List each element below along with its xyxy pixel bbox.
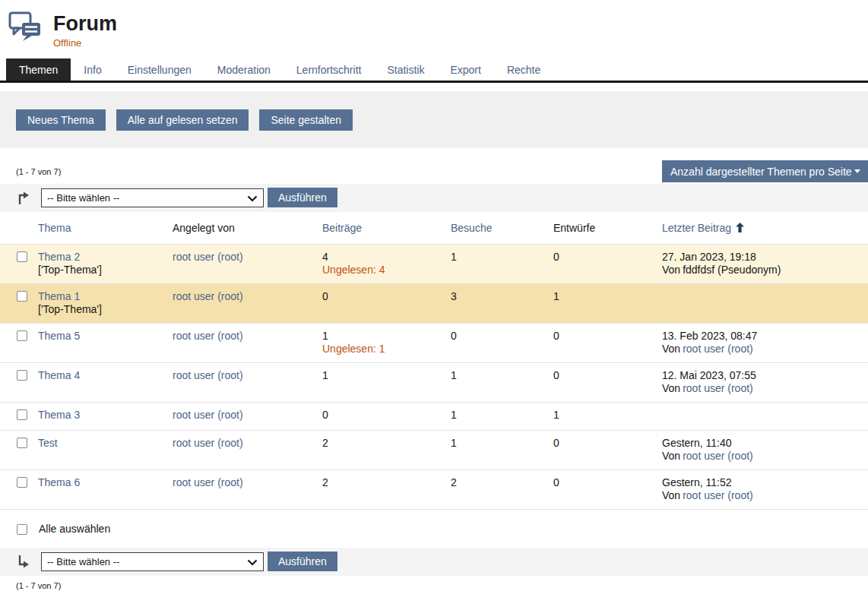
last-post-author[interactable]: root user (root) <box>683 343 753 355</box>
last-post-byline: Vonroot user (root) <box>662 343 860 356</box>
visits-count: 1 <box>451 403 553 430</box>
row-select-checkbox[interactable] <box>17 477 27 488</box>
select-all-checkbox[interactable] <box>17 524 27 535</box>
posts-count: 1 <box>322 369 443 382</box>
column-header: Beiträge <box>322 212 451 244</box>
unread-link[interactable]: Ungelesen: 4 <box>322 264 443 277</box>
page-title: Forum <box>53 12 117 35</box>
topic-link[interactable]: Thema 4 <box>38 369 80 381</box>
bulk-action-select-wrap: -- Bitte wählen -- <box>41 552 264 571</box>
visits-count: 3 <box>451 284 553 323</box>
execute-button-top[interactable]: Ausführen <box>268 188 337 207</box>
apply-top-icon <box>17 191 30 205</box>
visits-count: 1 <box>451 431 553 469</box>
button-seite-gestalten[interactable]: Seite gestalten <box>259 109 353 131</box>
table-row: Thema 3 root user (root) 0 1 1 <box>0 402 868 430</box>
drafts-count: 0 <box>553 324 662 362</box>
author-link[interactable]: root user (root) <box>173 437 243 449</box>
topic-subtitle: ['Top-Thema'] <box>38 264 165 277</box>
last-post-byline: Vonroot user (root) <box>662 489 860 502</box>
per-page-menu-button[interactable]: Anzahl dargestellter Themen pro Seite <box>662 160 868 182</box>
row-select-checkbox[interactable] <box>17 370 27 381</box>
byline-prefix: Von <box>662 489 680 501</box>
meta-row: (1 - 7 von 7) Anzahl dargestellter Theme… <box>0 160 868 182</box>
posts-count: 1 <box>322 330 443 343</box>
column-header-label[interactable]: Beiträge <box>322 222 362 234</box>
last-post-author[interactable]: root user (root) <box>683 450 753 462</box>
tab-moderation[interactable]: Moderation <box>204 58 284 81</box>
author-link[interactable]: root user (root) <box>173 290 243 302</box>
author-link[interactable]: root user (root) <box>173 330 243 342</box>
table-header-row: Thema Angelegt von Beiträge Besuche <box>0 212 868 244</box>
visits-count: 1 <box>451 245 553 283</box>
row-select-checkbox[interactable] <box>17 330 27 341</box>
topics-table: Thema Angelegt von Beiträge Besuche <box>0 212 868 510</box>
table-row: Thema 4 root user (root) 1 1 0 12. Mai 2… <box>0 362 868 402</box>
table-row: Thema 5 root user (root) 1 Ungelesen: 1 … <box>0 323 868 362</box>
author-link[interactable]: root user (root) <box>173 251 243 263</box>
tab-export[interactable]: Export <box>437 58 493 81</box>
byline-prefix: Von <box>662 343 680 355</box>
byline-prefix: Von <box>662 382 680 394</box>
column-header-label[interactable]: Letzter Beitrag <box>662 222 731 234</box>
button-neues-thema[interactable]: Neues Thema <box>16 109 106 131</box>
topic-link[interactable]: Thema 2 <box>38 251 80 263</box>
row-select-checkbox[interactable] <box>17 291 27 302</box>
execute-button-bottom[interactable]: Ausführen <box>268 552 337 571</box>
tab-info[interactable]: Info <box>71 58 114 81</box>
result-count-top: (1 - 7 von 7) <box>16 167 61 176</box>
last-post-byline: Vonroot user (root) <box>662 450 860 463</box>
author-link[interactable]: root user (root) <box>173 476 243 488</box>
author-link[interactable]: root user (root) <box>173 369 243 381</box>
column-header: Angelegt von <box>173 212 322 244</box>
topic-link[interactable]: Thema 6 <box>38 476 80 488</box>
forum-icon <box>8 11 44 46</box>
tab-einstellungen[interactable]: Einstellungen <box>115 58 204 81</box>
topic-link[interactable]: Test <box>38 437 58 449</box>
column-header-label[interactable]: Besuche <box>451 222 492 234</box>
topic-link[interactable]: Thema 3 <box>38 409 80 421</box>
last-post-author[interactable]: root user (root) <box>683 382 753 394</box>
visits-count: 0 <box>451 324 553 362</box>
topic-link[interactable]: Thema 5 <box>38 330 80 342</box>
drafts-count: 1 <box>553 284 662 323</box>
toolbar: Neues Thema Alle auf gelesen setzen Seit… <box>0 91 868 148</box>
column-header-label: Entwürfe <box>553 222 595 234</box>
row-select-checkbox[interactable] <box>17 251 27 262</box>
last-post-author: fddfdsf (Pseudonym) <box>683 264 781 276</box>
row-select-checkbox[interactable] <box>17 409 27 420</box>
last-post-date: 13. Feb 2023, 08:47 <box>662 330 860 343</box>
apply-bottom-icon <box>17 555 30 569</box>
row-select-checkbox[interactable] <box>17 438 27 448</box>
posts-count: 0 <box>322 290 443 303</box>
topic-link[interactable]: Thema 1 <box>38 290 80 302</box>
last-post-author[interactable]: root user (root) <box>683 489 753 501</box>
drafts-count: 0 <box>553 363 662 402</box>
tab-themen[interactable]: Themen <box>6 58 71 81</box>
drafts-count: 0 <box>553 431 662 469</box>
topic-subtitle: ['Top-Thema'] <box>38 303 165 316</box>
unread-link[interactable]: Ungelesen: 1 <box>322 343 443 356</box>
tab-lernfortschritt[interactable]: Lernfortschritt <box>284 58 375 81</box>
button-alle-auf-gelesen-setzen[interactable]: Alle auf gelesen setzen <box>116 109 249 131</box>
column-header: Entwürfe <box>553 212 662 244</box>
per-page-menu-label: Anzahl dargestellter Themen pro Seite <box>670 166 852 178</box>
tab-statistik[interactable]: Statistik <box>374 58 437 81</box>
posts-count: 2 <box>322 437 443 450</box>
bulk-action-select-top[interactable]: -- Bitte wählen -- <box>41 188 264 207</box>
bulk-action-row-top: -- Bitte wählen -- Ausführen <box>0 184 868 212</box>
caret-down-icon <box>854 169 860 173</box>
bulk-action-select-wrap: -- Bitte wählen -- <box>41 188 264 207</box>
column-header-label[interactable]: Thema <box>38 222 71 234</box>
visits-count: 1 <box>451 363 553 402</box>
author-link[interactable]: root user (root) <box>173 409 243 421</box>
last-post-byline: Vonroot user (root) <box>662 382 860 395</box>
header-checkbox-spacer <box>0 212 38 244</box>
posts-count: 4 <box>322 251 443 264</box>
byline-prefix: Von <box>662 450 680 462</box>
select-all-row: Alle auswählen <box>0 510 868 546</box>
bulk-action-select-bottom[interactable]: -- Bitte wählen -- <box>41 552 264 571</box>
posts-count: 0 <box>322 409 443 422</box>
tab-rechte[interactable]: Rechte <box>494 58 553 81</box>
drafts-count: 0 <box>553 470 662 509</box>
